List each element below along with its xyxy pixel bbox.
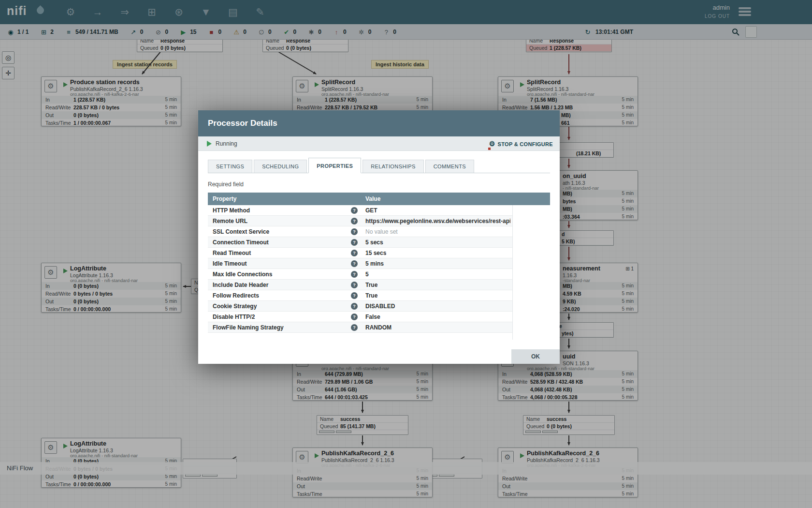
- help-icon[interactable]: ?: [351, 324, 358, 331]
- property-row: Read Timeout?15 secs: [208, 248, 550, 258]
- help-icon[interactable]: ?: [351, 207, 358, 214]
- property-name: Disable HTTP/2: [213, 312, 255, 322]
- dialog-title: Processor Details: [208, 110, 277, 136]
- stop-configure-label: STOP & CONFIGURE: [498, 141, 553, 147]
- modal-tabs: SETTINGSSCHEDULINGPROPERTIESRELATIONSHIP…: [208, 158, 550, 173]
- help-icon[interactable]: ?: [351, 314, 358, 320]
- running-icon: [207, 141, 212, 147]
- help-icon[interactable]: ?: [351, 271, 358, 278]
- property-name: Cookie Strategy: [213, 301, 257, 312]
- help-icon[interactable]: ?: [351, 218, 358, 224]
- property-name: FlowFile Naming Strategy: [213, 322, 284, 333]
- help-icon[interactable]: ?: [351, 282, 358, 288]
- help-icon[interactable]: ?: [351, 239, 358, 246]
- dialog-body: SETTINGSSCHEDULINGPROPERTIESRELATIONSHIP…: [198, 158, 560, 340]
- tab-scheduling[interactable]: SCHEDULING: [254, 160, 307, 173]
- property-row: Max Idle Connections?5: [208, 269, 550, 280]
- processor-details-dialog: Processor Details Running ⚙STOP & CONFIG…: [198, 110, 560, 364]
- tab-comments[interactable]: COMMENTS: [425, 160, 474, 173]
- property-row: Follow Redirects?True: [208, 290, 550, 301]
- property-row: FlowFile Naming Strategy?RANDOM: [208, 322, 550, 333]
- property-name: HTTP Method: [213, 205, 250, 216]
- dialog-header: Processor Details: [198, 110, 560, 136]
- property-value: https://www.pegelonline.wsv.de/webservic…: [365, 216, 510, 226]
- stop-configure-icon: ⚙: [489, 136, 495, 151]
- property-value: False: [365, 312, 380, 322]
- tab-properties[interactable]: PROPERTIES: [308, 158, 361, 173]
- property-name: Follow Redirects: [213, 290, 259, 301]
- value-column-header: Value: [365, 193, 380, 205]
- properties-table-body: HTTP Method?GETRemote URL?https://www.pe…: [208, 205, 550, 340]
- stop-configure-button[interactable]: ⚙STOP & CONFIGURE: [489, 136, 553, 151]
- ok-button[interactable]: OK: [511, 349, 560, 364]
- property-row: Cookie Strategy?DISABLED: [208, 301, 550, 312]
- properties-table: Property Value HTTP Method?GETRemote URL…: [208, 193, 550, 340]
- help-icon[interactable]: ?: [351, 250, 358, 256]
- property-value: No value set: [365, 226, 398, 237]
- property-name: Include Date Header: [213, 280, 268, 290]
- tab-relationships[interactable]: RELATIONSHIPS: [362, 160, 423, 173]
- property-value: RANDOM: [365, 322, 392, 333]
- property-column-header: Property: [213, 193, 236, 205]
- property-name: Idle Timeout: [213, 258, 246, 269]
- property-row: Connection Timeout?5 secs: [208, 237, 550, 248]
- property-name: Read Timeout: [213, 248, 251, 258]
- property-value: 5 secs: [365, 237, 383, 248]
- help-icon[interactable]: ?: [351, 303, 358, 310]
- property-value: 5: [365, 269, 369, 280]
- property-row: HTTP Method?GET: [208, 205, 550, 216]
- help-icon[interactable]: ?: [351, 260, 358, 267]
- property-value: True: [365, 290, 377, 301]
- property-name: SSL Context Service: [213, 226, 269, 237]
- run-status-label: Running: [216, 136, 237, 151]
- property-name: Max Idle Connections: [213, 269, 272, 280]
- property-row: [208, 333, 550, 340]
- property-name: Connection Timeout: [213, 237, 269, 248]
- property-value: 5 mins: [365, 258, 384, 269]
- tab-settings[interactable]: SETTINGS: [208, 160, 252, 173]
- nifi-application: ◎✛Ingest station recordsIngest historic …: [0, 0, 812, 508]
- properties-table-header: Property Value: [208, 193, 550, 205]
- property-value: 15 secs: [365, 248, 386, 258]
- property-row: Disable HTTP/2?False: [208, 312, 550, 322]
- property-value: DISABLED: [365, 301, 395, 312]
- property-row: Include Date Header?True: [208, 280, 550, 290]
- property-row: Idle Timeout?5 mins: [208, 258, 550, 269]
- property-value: True: [365, 280, 377, 290]
- property-row: SSL Context Service?No value set: [208, 226, 550, 237]
- required-field-note: Required field: [208, 181, 550, 188]
- help-icon[interactable]: ?: [351, 292, 358, 299]
- help-icon[interactable]: ?: [351, 228, 358, 235]
- property-row: Remote URL?https://www.pegelonline.wsv.d…: [208, 216, 550, 226]
- run-status-row: Running ⚙STOP & CONFIGURE: [198, 136, 560, 151]
- property-value: GET: [365, 205, 377, 216]
- property-name: Remote URL: [213, 216, 247, 226]
